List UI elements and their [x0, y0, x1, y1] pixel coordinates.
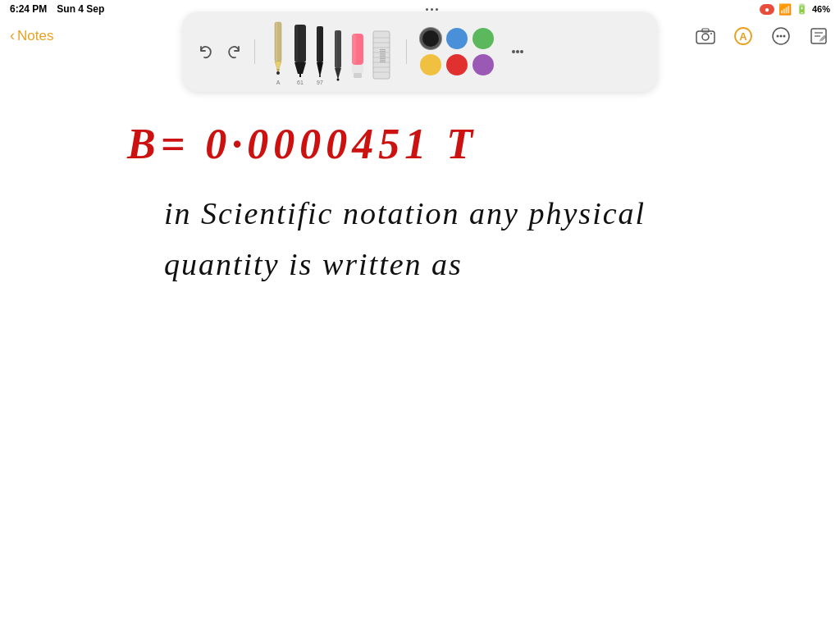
status-right: ● 📶 🔋 46%	[760, 3, 830, 16]
color-row-1	[420, 28, 494, 49]
color-purple[interactable]	[472, 54, 494, 75]
toolbar-container: A 61 97	[148, 15, 692, 89]
more-actions-button[interactable]	[768, 23, 794, 49]
formula-text: B= 0·0000451 T	[126, 121, 477, 167]
marker-tool[interactable]: 61	[291, 18, 309, 85]
svg-text:||||||||: ||||||||	[378, 49, 386, 63]
note-content: B= 0·0000451 T in Scientific notation an…	[0, 103, 840, 628]
svg-point-42	[780, 35, 783, 38]
color-yellow[interactable]	[420, 54, 441, 75]
compose-button[interactable]	[806, 23, 832, 49]
svg-point-43	[783, 35, 786, 38]
svg-rect-1	[276, 22, 277, 62]
svg-rect-10	[317, 26, 319, 62]
svg-point-35	[702, 34, 709, 40]
date-display: Sun 4 Sep	[57, 3, 104, 15]
battery-icon: 🔋	[796, 3, 808, 15]
accessibility-button[interactable]: A	[730, 23, 756, 49]
wifi-icon: 📶	[778, 3, 792, 16]
divider1	[254, 39, 255, 64]
battery-percent: 46%	[812, 4, 830, 14]
svg-point-37	[710, 33, 712, 34]
color-palette	[415, 28, 499, 75]
svg-rect-18	[352, 34, 356, 65]
svg-marker-15	[335, 68, 341, 80]
ruler-pen-tool[interactable]: ||||||||	[370, 26, 393, 85]
svg-rect-19	[352, 65, 363, 73]
color-row-2	[420, 54, 494, 75]
toolbar: A 61 97	[182, 11, 658, 92]
body-line1: in Scientific notation any physical	[164, 196, 646, 231]
fine-pen-tool[interactable]: 97	[313, 18, 327, 85]
svg-point-32	[516, 50, 519, 53]
marker-label: 61	[297, 80, 304, 85]
highlighter-tool[interactable]	[349, 24, 367, 85]
status-left: 6:24 PM Sun 4 Sep	[10, 3, 104, 15]
divider2	[406, 39, 407, 64]
status-center	[426, 8, 438, 11]
svg-point-31	[512, 50, 515, 53]
dot3	[436, 8, 438, 11]
record-indicator: ●	[760, 4, 774, 15]
time-display: 6:24 PM	[10, 3, 47, 15]
pencil-label: A	[276, 80, 281, 85]
svg-point-41	[777, 35, 779, 38]
color-black[interactable]	[420, 28, 441, 49]
back-label: Notes	[17, 28, 53, 44]
body-line2: quantity is written as	[164, 247, 463, 281]
svg-marker-7	[294, 62, 306, 74]
dot1	[426, 8, 428, 11]
svg-point-33	[520, 50, 523, 53]
color-green[interactable]	[472, 28, 494, 49]
svg-rect-36	[702, 29, 709, 32]
svg-rect-6	[295, 25, 298, 62]
back-button[interactable]: ‹ Notes	[10, 28, 53, 44]
pencil2-tool[interactable]	[331, 24, 345, 85]
pencil-tool[interactable]: A	[268, 18, 288, 85]
camera-button[interactable]	[692, 23, 719, 49]
svg-marker-11	[317, 62, 323, 74]
tools-section: A 61 97	[263, 18, 398, 85]
undo-redo-group	[194, 39, 246, 64]
dot2	[431, 8, 433, 11]
back-chevron-icon: ‹	[10, 27, 15, 44]
svg-text:A: A	[739, 30, 747, 43]
color-blue[interactable]	[446, 28, 468, 49]
svg-rect-14	[336, 30, 337, 68]
more-options-button[interactable]	[505, 39, 530, 64]
redo-button[interactable]	[221, 39, 246, 64]
undo-button[interactable]	[194, 39, 218, 64]
right-icons: A	[692, 18, 832, 54]
fine-pen-label: 97	[317, 80, 323, 85]
color-red[interactable]	[446, 54, 468, 75]
svg-point-16	[337, 79, 340, 81]
svg-rect-20	[354, 73, 362, 78]
svg-point-4	[276, 71, 280, 75]
